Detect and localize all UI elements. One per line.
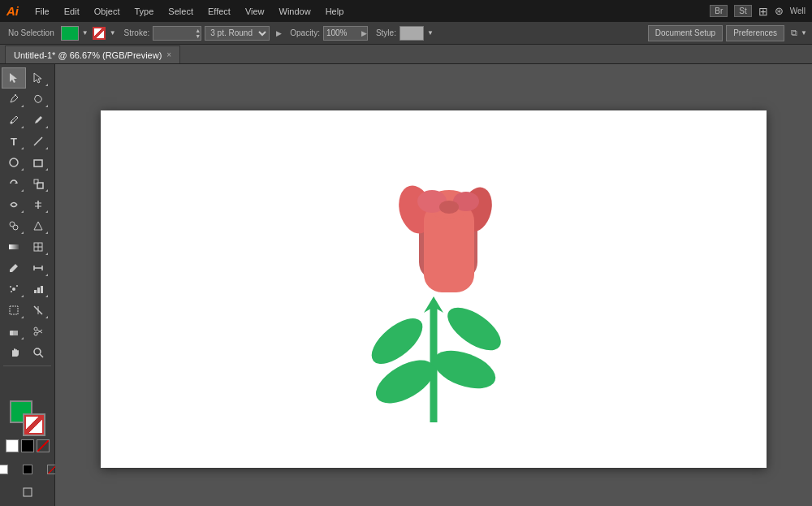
svg-rect-6 bbox=[34, 160, 42, 167]
rotate-tool[interactable] bbox=[2, 173, 26, 194]
svg-point-3 bbox=[11, 122, 13, 124]
shape-builder-tool[interactable] bbox=[2, 215, 26, 236]
fill-color-swatch[interactable] bbox=[61, 26, 79, 41]
eyedropper-tool[interactable] bbox=[2, 257, 26, 279]
stroke-swatch[interactable] bbox=[92, 26, 106, 41]
stroke-up-arrow[interactable]: ▲ bbox=[195, 28, 201, 33]
lasso-tool[interactable] bbox=[26, 89, 50, 110]
svg-marker-1 bbox=[34, 73, 41, 83]
menu-edit[interactable]: Edit bbox=[59, 5, 84, 18]
white-fill-swatch[interactable] bbox=[6, 439, 19, 452]
rose-illustration bbox=[361, 154, 507, 424]
black-stroke-swatch[interactable] bbox=[21, 439, 34, 452]
main-toolbar: No Selection ▼ ▼ Stroke: ▲ ▼ 3 pt. Round… bbox=[0, 22, 812, 45]
tool-row-eraser bbox=[2, 321, 53, 342]
pen-tool[interactable] bbox=[2, 89, 26, 110]
stock-icon[interactable]: St bbox=[734, 5, 751, 17]
title-bar: Ai File Edit Object Type Select Effect V… bbox=[0, 0, 812, 22]
svg-point-54 bbox=[439, 201, 459, 214]
arrange-icon[interactable]: ⧉ bbox=[791, 28, 797, 38]
menu-view[interactable]: View bbox=[240, 5, 270, 18]
stroke-color-box[interactable] bbox=[23, 413, 45, 436]
none-swatch[interactable] bbox=[37, 439, 50, 452]
hand-tool[interactable] bbox=[2, 342, 26, 363]
paintbrush-tool[interactable] bbox=[2, 110, 26, 131]
artboard-tool[interactable] bbox=[2, 300, 26, 321]
tool-row-hand bbox=[2, 342, 53, 363]
opacity-label: Opacity: bbox=[290, 28, 320, 37]
bridge-icon[interactable]: Br bbox=[710, 5, 728, 17]
tool-row-shapes bbox=[2, 152, 53, 173]
title-icons: Br St ⊞ ⊛ Well bbox=[710, 5, 806, 18]
fill-dropdown-arrow[interactable]: ▼ bbox=[82, 29, 89, 37]
menu-help[interactable]: Help bbox=[321, 5, 349, 18]
ellipse-tool[interactable] bbox=[2, 152, 26, 173]
svg-rect-41 bbox=[24, 488, 32, 496]
document-tab[interactable]: Untitled-1* @ 66.67% (RGB/Preview) × bbox=[5, 45, 180, 63]
opacity-arrow-right[interactable]: ▶ bbox=[361, 29, 367, 37]
menu-type[interactable]: Type bbox=[130, 5, 159, 18]
tool-row-transform bbox=[2, 173, 53, 194]
menu-object[interactable]: Object bbox=[89, 5, 125, 18]
stroke-indicator[interactable] bbox=[15, 459, 40, 480]
document-setup-button[interactable]: Document Setup bbox=[648, 25, 723, 41]
apps-grid-icon[interactable]: ⊞ bbox=[758, 5, 768, 18]
warp-tool[interactable] bbox=[2, 194, 26, 215]
mesh-tool[interactable] bbox=[26, 236, 50, 257]
text-tool[interactable]: T bbox=[2, 131, 26, 152]
stroke-label: Stroke: bbox=[124, 28, 150, 37]
svg-point-2 bbox=[15, 94, 16, 96]
menu-effect[interactable]: Effect bbox=[203, 5, 235, 18]
tool-row-gradient bbox=[2, 236, 53, 257]
selection-tool[interactable] bbox=[2, 67, 26, 89]
svg-point-24 bbox=[10, 286, 11, 288]
style-label: Style: bbox=[376, 28, 396, 37]
style-dropdown-arrow[interactable]: ▼ bbox=[427, 29, 434, 37]
perspective-tool[interactable] bbox=[26, 215, 50, 236]
line-tool[interactable] bbox=[26, 131, 50, 152]
arrange-dropdown[interactable]: ▼ bbox=[801, 29, 807, 37]
artboard bbox=[101, 110, 767, 468]
selection-label: No Selection bbox=[5, 28, 58, 37]
tab-close-button[interactable]: × bbox=[166, 50, 171, 59]
svg-marker-0 bbox=[10, 73, 17, 83]
direct-selection-tool[interactable] bbox=[26, 67, 50, 89]
preferences-button[interactable]: Preferences bbox=[726, 25, 784, 41]
tool-row-text: T bbox=[2, 131, 53, 152]
default-colors bbox=[5, 439, 50, 452]
svg-point-14 bbox=[13, 225, 18, 230]
fill-indicator[interactable] bbox=[0, 459, 15, 480]
menu-file[interactable]: File bbox=[30, 5, 54, 18]
stroke-dropdown-arrow[interactable]: ▼ bbox=[110, 29, 116, 37]
svg-rect-27 bbox=[34, 290, 37, 293]
broadcast-icon[interactable]: ⊛ bbox=[775, 5, 784, 17]
canvas-area bbox=[55, 64, 812, 506]
zoom-tool[interactable] bbox=[26, 342, 50, 363]
symbol-tool[interactable] bbox=[2, 279, 26, 300]
menu-window[interactable]: Window bbox=[274, 5, 316, 18]
screen-mode-tool[interactable] bbox=[15, 482, 40, 503]
svg-point-35 bbox=[34, 327, 37, 331]
rectangle-tool[interactable] bbox=[26, 152, 50, 173]
tool-row-warp bbox=[2, 194, 53, 215]
stroke-down-arrow[interactable]: ▼ bbox=[195, 33, 201, 39]
menu-select[interactable]: Select bbox=[163, 5, 198, 18]
tool-row-builder bbox=[2, 215, 53, 236]
scissors-tool[interactable] bbox=[26, 321, 50, 342]
eraser-tool[interactable] bbox=[2, 321, 26, 342]
opacity-arrow-btn[interactable]: ▶ bbox=[276, 29, 282, 37]
style-swatch[interactable] bbox=[400, 26, 424, 41]
chart-tool[interactable] bbox=[26, 279, 50, 300]
svg-point-26 bbox=[11, 291, 12, 292]
slice-tool[interactable] bbox=[26, 300, 50, 321]
measure-tool[interactable] bbox=[26, 257, 50, 279]
width-tool[interactable] bbox=[26, 194, 50, 215]
svg-point-39 bbox=[34, 348, 41, 355]
svg-line-40 bbox=[40, 354, 43, 357]
pencil-tool[interactable] bbox=[26, 110, 50, 131]
tool-row-brush bbox=[2, 110, 53, 131]
color-section bbox=[2, 397, 53, 456]
gradient-tool[interactable] bbox=[2, 236, 26, 257]
stroke-weight-select[interactable]: 3 pt. Round 1 pt. 2 pt. 4 pt. bbox=[205, 26, 270, 41]
scale-tool[interactable] bbox=[26, 173, 50, 194]
